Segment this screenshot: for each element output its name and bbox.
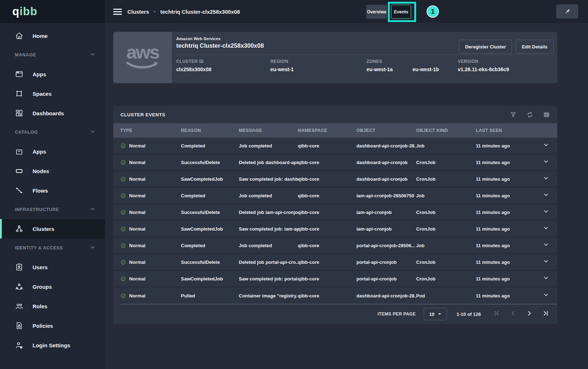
expand-row-icon[interactable]	[543, 258, 557, 266]
items-per-page-select[interactable]: 10	[424, 308, 447, 320]
refresh-icon[interactable]	[526, 111, 533, 118]
annotation-step-badge: 1	[427, 5, 439, 18]
success-check-icon	[120, 193, 126, 199]
table-row[interactable]: Normal SuccessfulDelete Deleted job port…	[113, 254, 557, 271]
sidebar-item-spaces[interactable]: Spaces	[0, 84, 105, 103]
aws-smile-arrow	[126, 61, 159, 70]
success-check-icon	[120, 243, 126, 249]
zones-label: ZONES	[367, 59, 458, 64]
expand-row-icon[interactable]	[543, 225, 557, 233]
app-window: qibb Clusters techtriq Cluster-clx258x30…	[0, 0, 588, 369]
sidebar-item-apps-catalog[interactable]: Apps	[0, 142, 105, 161]
table-title: CLUSTER EVENTS	[120, 112, 510, 117]
success-check-icon	[120, 259, 126, 265]
top-bar: Clusters techtriq Cluster-clx258x300x08 …	[105, 0, 588, 23]
sidebar: Home MANAGE Apps Spaces Dashboards CATAL…	[0, 23, 105, 369]
table-row[interactable]: Normal SuccessfulDelete Deleted job iam-…	[113, 204, 557, 221]
cluster-card-body: Amazon Web Services techtriq Cluster-clx…	[172, 32, 557, 83]
expand-row-icon[interactable]	[543, 158, 557, 166]
dashboard-icon	[15, 109, 24, 117]
cluster-id-label: CLUSTER ID	[176, 59, 270, 64]
filter-icon[interactable]	[510, 111, 517, 118]
qibb-logo[interactable]: qibb	[12, 5, 37, 18]
table-row[interactable]: Normal SawCompletedJob Saw completed job…	[113, 171, 557, 188]
user-badge-icon	[15, 263, 24, 271]
cluster-events-table: CLUSTER EVENTS TYPE REASON MESSAGE NAMES…	[113, 106, 557, 324]
breadcrumb-cluster-name: techtriq Cluster-clx258x300x08	[160, 9, 240, 15]
box-icon	[15, 147, 24, 156]
col-message[interactable]: MESSAGE	[239, 128, 298, 133]
edit-details-button[interactable]: Edit Details	[516, 40, 554, 53]
tab-events[interactable]: Events	[391, 5, 411, 19]
col-reason[interactable]: REASON	[181, 128, 239, 133]
flow-icon	[15, 186, 24, 195]
sidebar-item-roles[interactable]: Roles	[0, 296, 105, 316]
user-gear-icon	[15, 341, 24, 349]
policy-lock-icon	[15, 321, 24, 330]
sidebar-section-manage[interactable]: MANAGE	[0, 46, 105, 64]
sidebar-item-home[interactable]: Home	[0, 26, 105, 46]
first-page-button[interactable]	[493, 310, 500, 318]
sidebar-item-flows[interactable]: Flows	[0, 181, 105, 200]
next-page-button[interactable]	[526, 310, 533, 318]
home-icon	[15, 31, 24, 40]
expand-row-icon[interactable]	[543, 241, 557, 249]
sidebar-item-apps-manage[interactable]: Apps	[0, 64, 105, 84]
tab-overview[interactable]: Overview	[366, 5, 387, 19]
expand-row-icon[interactable]	[543, 275, 557, 283]
sidebar-section-identity-access[interactable]: IDENTITY & ACCESS	[0, 239, 105, 257]
pin-button[interactable]	[556, 4, 578, 18]
sidebar-item-nodes[interactable]: Nodes	[0, 161, 105, 181]
success-check-icon	[120, 276, 126, 282]
cluster-id-value: clx258x300x08	[176, 66, 270, 72]
expand-row-icon[interactable]	[543, 292, 557, 300]
table-row[interactable]: Normal SawCompletedJob Saw completed job…	[113, 221, 557, 237]
table-header-row: TYPE REASON MESSAGE NAMESPACE OBJECT OBJ…	[113, 123, 557, 138]
col-last-seen[interactable]: LAST SEEN	[476, 128, 540, 133]
sidebar-item-groups[interactable]: Groups	[0, 277, 105, 296]
logo-area: qibb	[0, 0, 105, 23]
zone-b-value: eu-west-1b	[413, 66, 439, 72]
breadcrumb-clusters[interactable]: Clusters	[127, 9, 149, 15]
expand-row-icon[interactable]	[543, 142, 557, 150]
expand-row-icon[interactable]	[543, 175, 557, 183]
table-row[interactable]: Normal SuccessfulDelete Deleted job dash…	[113, 154, 557, 171]
sidebar-section-infrastructure[interactable]: INFRASTRUCTURE	[0, 200, 105, 219]
sidebar-section-catalog[interactable]: CATALOG	[0, 123, 105, 142]
table-row[interactable]: Normal Pulled Container image "registry.…	[113, 287, 557, 304]
sidebar-item-login-settings[interactable]: Login Settings	[0, 335, 105, 355]
col-object-kind[interactable]: OBJECT KIND	[416, 128, 476, 133]
success-check-icon	[120, 176, 126, 182]
col-namespace[interactable]: NAMESPACE	[298, 128, 356, 133]
menu-icon[interactable]	[113, 7, 122, 16]
table-row[interactable]: Normal SawCompletedJob Saw completed job…	[113, 271, 557, 287]
col-type[interactable]: TYPE	[120, 128, 181, 133]
breadcrumb-separator	[154, 11, 156, 13]
table-row[interactable]: Normal Completed Job completed qibb-core…	[113, 237, 557, 254]
success-check-icon	[120, 293, 126, 299]
table-view-icon[interactable]	[543, 111, 550, 118]
expand-row-icon[interactable]	[543, 208, 557, 216]
caret-down-icon	[438, 312, 441, 316]
sidebar-item-policies[interactable]: Policies	[0, 316, 105, 335]
deregister-cluster-button[interactable]: Deregister Cluster	[459, 40, 512, 53]
success-check-icon	[120, 209, 126, 215]
pagination-bar: ITEMS PER PAGE 10 1-10 of 126	[113, 304, 557, 324]
aws-logo: aws	[113, 32, 172, 83]
version-value: v1.26.11-eks-8cb36c9	[458, 66, 554, 72]
prev-page-button[interactable]	[509, 310, 517, 318]
chevron-down-icon	[90, 244, 96, 252]
sidebar-item-users[interactable]: Users	[0, 257, 105, 277]
col-object[interactable]: OBJECT	[356, 128, 416, 133]
cluster-icon	[15, 224, 24, 233]
success-check-icon	[120, 143, 126, 149]
expand-row-icon[interactable]	[543, 192, 557, 199]
last-page-button[interactable]	[542, 310, 549, 318]
success-check-icon	[120, 159, 126, 166]
sidebar-item-dashboards[interactable]: Dashboards	[0, 103, 105, 123]
window-icon	[15, 70, 24, 78]
breadcrumb: Clusters techtriq Cluster-clx258x300x08	[127, 9, 240, 15]
table-row[interactable]: Normal Completed Job completed qibb-core…	[113, 138, 557, 154]
sidebar-item-clusters[interactable]: Clusters	[0, 219, 105, 239]
table-row[interactable]: Normal Completed Job completed qibb-core…	[113, 188, 557, 204]
